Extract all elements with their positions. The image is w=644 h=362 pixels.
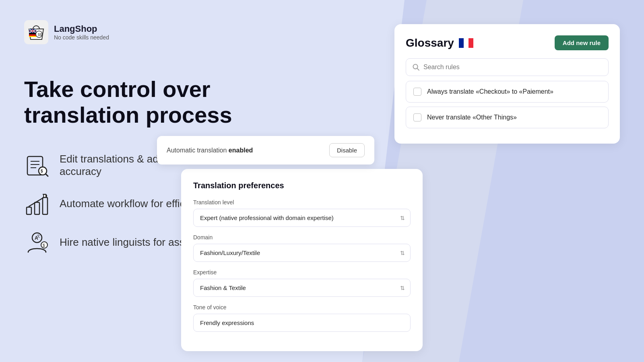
glossary-header: Glossary Add new rule xyxy=(406,35,609,50)
glossary-title-area: Glossary xyxy=(406,37,473,49)
svg-text:$$: $$ xyxy=(38,33,42,37)
flag-icons xyxy=(459,38,473,48)
svg-rect-10 xyxy=(29,36,36,37)
auto-translation-bar: Automatic translation enabled Disable xyxy=(157,136,374,165)
glossary-icon: $ xyxy=(24,152,50,178)
glossary-card: Glossary Add new rule Always translate «… xyxy=(394,24,620,144)
search-box xyxy=(406,58,609,76)
linguists-icon: A 文 $ xyxy=(24,230,50,255)
svg-rect-31 xyxy=(464,38,469,48)
rule-item-2: Never translate «Other Things» xyxy=(406,107,609,128)
domain-label: Domain xyxy=(193,234,411,241)
svg-rect-9 xyxy=(29,35,36,36)
logo-area: $$ LangShop No code skills needed xyxy=(24,20,298,44)
svg-rect-22 xyxy=(43,197,47,214)
svg-rect-20 xyxy=(27,207,31,214)
search-rules-input[interactable] xyxy=(423,64,602,71)
logo-text-area: LangShop No code skills needed xyxy=(54,24,109,41)
glossary-title: Glossary xyxy=(406,37,454,49)
svg-text:$: $ xyxy=(41,169,43,173)
translation-level-select[interactable]: Expert (native professional with domain … xyxy=(193,209,411,227)
domain-select-wrapper: Fashion/Luxury/Textile Technology Legal … xyxy=(193,244,411,262)
disable-button[interactable]: Disable xyxy=(329,143,365,157)
expertise-select-wrapper: Fashion & Textile Luxury Goods E-commerc… xyxy=(193,279,411,297)
logo-subtitle: No code skills needed xyxy=(54,34,109,41)
domain-group: Domain Fashion/Luxury/Textile Technology… xyxy=(193,234,411,262)
translation-prefs-card: Translation preferences Translation leve… xyxy=(181,169,423,351)
expertise-group: Expertise Fashion & Textile Luxury Goods… xyxy=(193,269,411,297)
add-new-rule-button[interactable]: Add new rule xyxy=(555,35,609,50)
main-heading: Take control over translation process xyxy=(24,76,298,128)
expertise-select[interactable]: Fashion & Textile Luxury Goods E-commerc… xyxy=(193,279,411,297)
translation-level-group: Translation level Expert (native profess… xyxy=(193,199,411,227)
rule-item-1: Always translate «Checkout» to «Paiement… xyxy=(406,81,609,103)
svg-rect-32 xyxy=(469,38,473,48)
translation-level-label: Translation level xyxy=(193,199,411,206)
svg-text:$: $ xyxy=(43,243,45,248)
svg-text:文: 文 xyxy=(37,234,40,238)
tone-of-voice-group: Tone of voice xyxy=(193,304,411,332)
svg-line-18 xyxy=(46,174,48,176)
translation-level-select-wrapper: Expert (native professional with domain … xyxy=(193,209,411,227)
langshop-logo-icon: $$ xyxy=(24,20,48,44)
rule-checkbox-2[interactable] xyxy=(413,113,421,121)
rule-text-2: Never translate «Other Things» xyxy=(427,114,517,121)
svg-rect-8 xyxy=(29,33,36,35)
domain-select[interactable]: Fashion/Luxury/Textile Technology Legal … xyxy=(193,244,411,262)
prefs-title: Translation preferences xyxy=(193,181,411,190)
search-icon xyxy=(413,64,419,71)
french-flag-icon xyxy=(459,38,473,48)
rule-checkbox-1[interactable] xyxy=(413,88,421,96)
logo-title: LangShop xyxy=(54,24,109,34)
workflow-icon xyxy=(24,191,50,217)
svg-rect-30 xyxy=(459,38,464,48)
svg-line-34 xyxy=(417,68,419,70)
svg-rect-21 xyxy=(35,202,39,214)
tone-of-voice-label: Tone of voice xyxy=(193,304,411,311)
expertise-label: Expertise xyxy=(193,269,411,276)
auto-translation-text: Automatic translation enabled xyxy=(167,147,253,154)
tone-of-voice-input[interactable] xyxy=(193,314,411,332)
rule-text-1: Always translate «Checkout» to «Paiement… xyxy=(427,88,553,95)
